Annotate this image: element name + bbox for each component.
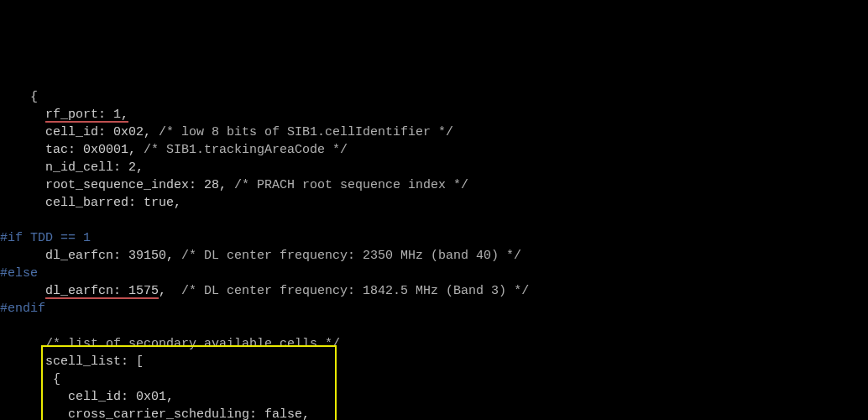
line-12-indent [0,284,45,298]
line-10-comment: /* DL center frequency: 2350 MHz (band 4… [181,249,521,263]
line-15-comment: /* list of secondary available cells */ [45,337,340,351]
line-04-comment: /* SIB1.trackingAreaCode */ [144,143,348,157]
line-06-code: root_sequence_index: 28, [0,178,234,192]
line-02-indent [0,108,45,122]
line-16: scell_list: [ [0,354,144,369]
preproc-endif: #endif [0,302,45,316]
line-12-comma: , [159,284,181,298]
preproc-if: #if TDD == 1 [0,231,91,245]
dl-earfcn-prop: dl_earfcn: 1575 [45,285,159,299]
line-18: cell_id: 0x01, [0,390,174,404]
line-03-code: cell_id: 0x02, [0,125,159,139]
line-15-indent [0,337,45,351]
line-10-code: dl_earfcn: 39150, [0,249,181,263]
line-19: cross_carrier_scheduling: false, [0,407,310,420]
line-04-code: tac: 0x0001, [0,143,144,157]
preproc-else: #else [0,266,38,281]
rf-port-prop: rf_port: 1, [45,108,128,123]
line-05: n_id_cell: 2, [0,160,144,175]
line-07: cell_barred: true, [0,196,181,210]
line-03-comment: /* low 8 bits of SIB1.cellIdentifier */ [159,125,453,139]
code-block: { rf_port: 1, cell_id: 0x02, /* low 8 bi… [0,88,868,420]
line-12-comment: /* DL center frequency: 1842.5 MHz (Band… [181,284,529,298]
line-17: { [0,372,60,386]
line-01: { [0,90,38,104]
line-06-comment: /* PRACH root sequence index */ [234,178,468,192]
